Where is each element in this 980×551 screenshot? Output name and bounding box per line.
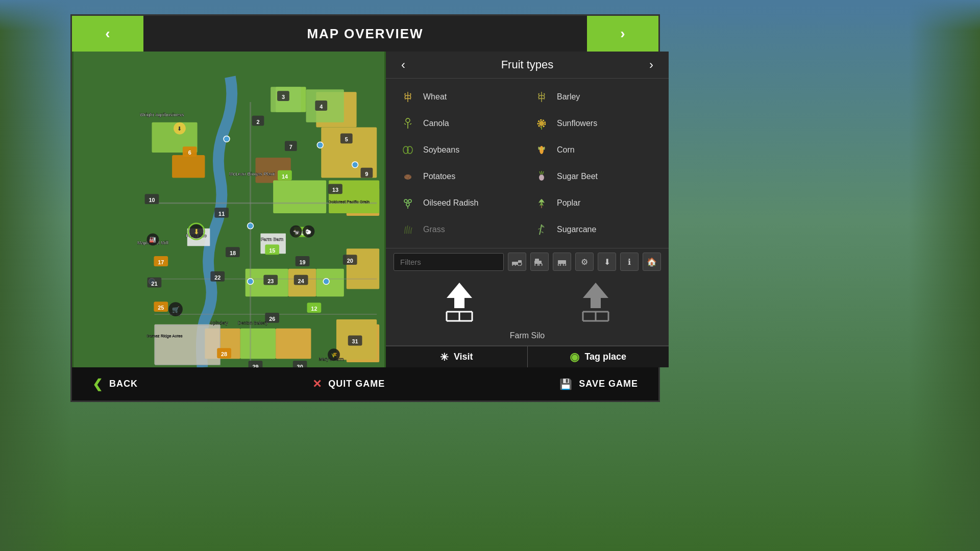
fruit-item-barley[interactable]: Barley: [527, 84, 661, 110]
quit-button[interactable]: ✕ QUIT GAME: [312, 378, 385, 391]
location-5: 5: [340, 133, 353, 143]
svg-text:18: 18: [230, 250, 236, 256]
svg-text:30: 30: [297, 364, 303, 367]
fruit-item-potatoes[interactable]: Potatoes: [394, 163, 527, 190]
svg-point-132: [408, 178, 409, 179]
fruit-item-corn[interactable]: Corn: [527, 137, 661, 163]
location-25: 25: [154, 302, 168, 312]
svg-text:11: 11: [218, 211, 225, 217]
filter-harvester-btn[interactable]: [530, 253, 549, 271]
location-9: 9: [360, 168, 373, 178]
fruit-item-canola[interactable]: Canola: [394, 110, 527, 137]
fruit-item-grass[interactable]: Grass: [394, 216, 527, 243]
svg-text:Spindery: Spindery: [210, 320, 229, 325]
filter-gear-btn[interactable]: ⚙: [575, 253, 594, 271]
barley-label: Barley: [557, 92, 580, 102]
fruit-item-poplar[interactable]: Poplar: [527, 190, 661, 216]
svg-point-149: [558, 264, 561, 266]
fruit-prev-button[interactable]: ‹: [396, 56, 410, 74]
fruit-item-sugarcane[interactable]: Sugarcane: [527, 216, 661, 243]
corn-icon: [532, 141, 551, 159]
bg-left: [0, 0, 71, 551]
svg-text:22: 22: [214, 274, 220, 281]
svg-marker-157: [583, 283, 608, 308]
location-15: 15: [265, 244, 279, 255]
location-23: 23: [263, 275, 278, 285]
svg-text:15: 15: [269, 247, 275, 254]
filter-trailer-btn[interactable]: [553, 253, 571, 271]
svg-point-150: [564, 264, 566, 266]
svg-text:28: 28: [221, 351, 227, 357]
tag-place-button[interactable]: ◉ Tag place: [528, 346, 669, 367]
location-12: 12: [307, 303, 322, 313]
save-icon: 💾: [559, 378, 573, 390]
potatoes-label: Potatoes: [423, 172, 455, 181]
svg-text:24: 24: [298, 278, 304, 284]
location-20: 20: [343, 255, 357, 265]
oilseed-radish-icon: [399, 194, 417, 212]
svg-text:Goldcrest Pacific Grain: Goldcrest Pacific Grain: [328, 199, 370, 204]
svg-text:3: 3: [282, 94, 285, 100]
svg-text:29: 29: [252, 364, 258, 367]
wheat-icon: [399, 88, 417, 106]
tag-label: Tag place: [584, 352, 626, 362]
fruit-next-button[interactable]: ›: [644, 56, 658, 74]
svg-text:25: 25: [158, 305, 164, 311]
title-text: MAP OVERVIEW: [307, 26, 423, 42]
svg-point-36: [248, 279, 254, 285]
next-nav-button[interactable]: ›: [587, 16, 658, 52]
svg-text:2: 2: [256, 119, 259, 125]
save-button[interactable]: 💾 SAVE GAME: [559, 378, 638, 390]
fruit-grid: Wheat Barley Canola: [386, 79, 669, 248]
svg-point-33: [323, 279, 329, 285]
svg-text:🌾: 🌾: [331, 352, 337, 358]
prev-nav-button[interactable]: ‹: [72, 16, 143, 52]
svg-point-134: [539, 174, 544, 181]
svg-text:Denton Bakery: Denton Bakery: [238, 320, 268, 325]
silo-primary: [434, 280, 485, 326]
filter-tractor-btn[interactable]: [508, 253, 526, 271]
back-button[interactable]: ❮ BACK: [92, 377, 138, 391]
location-28: 28: [217, 348, 231, 358]
grass-label: Grass: [423, 225, 445, 234]
right-panel: ‹ Fruit types › Wheat Barley: [386, 52, 669, 367]
filter-home-btn[interactable]: 🏠: [643, 253, 661, 271]
back-arrow-icon: ❮: [92, 377, 103, 391]
oilseed-radish-label: Oilseed Radish: [423, 198, 479, 208]
svg-point-146: [535, 263, 538, 266]
filter-info-btn[interactable]: ℹ: [620, 253, 639, 271]
visit-icon: ✳: [440, 351, 449, 363]
svg-line-122: [410, 123, 411, 124]
filters-input[interactable]: [394, 253, 504, 271]
svg-text:5: 5: [345, 136, 348, 142]
location-21: 21: [148, 278, 162, 288]
fruit-item-oilseed-radish[interactable]: Oilseed Radish: [394, 190, 527, 216]
svg-text:13: 13: [332, 187, 338, 193]
corn-label: Corn: [557, 145, 575, 155]
visit-button[interactable]: ✳ Visit: [386, 346, 528, 367]
fruit-item-wheat[interactable]: Wheat: [394, 84, 527, 110]
soybean-icon: [399, 141, 417, 159]
back-label: BACK: [109, 379, 138, 389]
fruit-item-sunflowers[interactable]: Sunflowers: [527, 110, 661, 137]
svg-text:Gomez Ridge Acres: Gomez Ridge Acres: [146, 334, 182, 338]
svg-point-137: [406, 203, 409, 206]
location-29: 29: [249, 361, 263, 367]
svg-text:12: 12: [311, 306, 317, 312]
location-14: 14: [278, 170, 292, 181]
svg-text:🏭: 🏭: [149, 236, 156, 243]
silo-label: Farm Silo: [386, 331, 669, 345]
location-3: 3: [277, 91, 289, 101]
fruit-item-soybeans[interactable]: Soybeans: [394, 137, 527, 163]
svg-text:26: 26: [269, 316, 275, 322]
location-13: 13: [328, 184, 342, 194]
svg-point-136: [408, 199, 411, 203]
poplar-icon: [532, 194, 551, 212]
svg-rect-16: [316, 269, 344, 296]
silo-secondary-icon: [570, 280, 621, 326]
location-11: 11: [214, 208, 229, 218]
bg-right: [909, 0, 980, 551]
quit-icon: ✕: [312, 378, 322, 391]
fruit-item-sugarbeet[interactable]: Sugar Beet: [527, 163, 661, 190]
filter-download-btn[interactable]: ⬇: [598, 253, 616, 271]
